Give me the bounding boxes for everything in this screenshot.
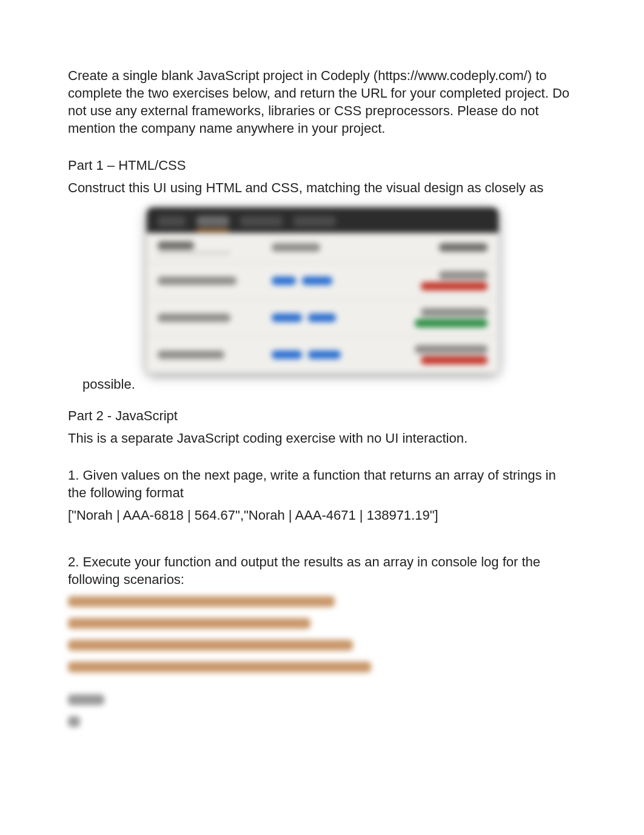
balance-amount (439, 271, 488, 280)
ui-mock-figure (147, 207, 498, 373)
balance-amount (415, 345, 488, 354)
part2-intro: This is a separate JavaScript coding exe… (68, 429, 571, 447)
part1-trailing: possible. (82, 377, 571, 392)
table-row (147, 263, 498, 300)
ui-tab (293, 216, 336, 227)
cell-name (158, 277, 236, 285)
account-pill (302, 277, 332, 285)
balance-amount (421, 308, 488, 317)
table-row (147, 300, 498, 337)
account-pill (272, 314, 302, 322)
account-pill (308, 350, 341, 359)
account-pill (308, 314, 336, 322)
ui-tab (240, 216, 283, 227)
balance-sub (421, 356, 488, 364)
ui-tab-active (196, 216, 229, 227)
sort-underline (158, 252, 230, 253)
table-row (147, 337, 498, 373)
locked-line (68, 694, 104, 705)
col-header-balance (439, 243, 488, 252)
locked-line (68, 716, 80, 727)
col-header-name (158, 241, 194, 250)
part2-q2: 2. Execute your function and output the … (68, 553, 571, 588)
col-header-account (272, 243, 320, 252)
cell-name (158, 350, 224, 359)
locked-line (68, 640, 353, 651)
part2-q1: 1. Given values on the next page, write … (68, 466, 571, 501)
ui-body (147, 233, 498, 373)
part1-body: Construct this UI using HTML and CSS, ma… (68, 179, 571, 196)
part2-heading: Part 2 - JavaScript (68, 407, 571, 424)
cell-name (158, 314, 230, 322)
locked-content (68, 593, 571, 735)
locked-line (68, 596, 335, 607)
ui-tabs (147, 207, 498, 233)
balance-sub (415, 319, 488, 327)
ui-tab (158, 216, 186, 227)
balance-sub (421, 282, 488, 290)
ui-header-row (147, 233, 498, 263)
account-pill (272, 277, 296, 285)
account-pill (272, 350, 302, 359)
intro-paragraph: Create a single blank JavaScript project… (68, 67, 571, 137)
locked-line (68, 618, 310, 629)
locked-line (68, 662, 371, 672)
part1-heading: Part 1 – HTML/CSS (68, 156, 571, 174)
part2-q1-example: ["Norah | AAA-6818 | 564.67","Norah | AA… (68, 506, 571, 524)
